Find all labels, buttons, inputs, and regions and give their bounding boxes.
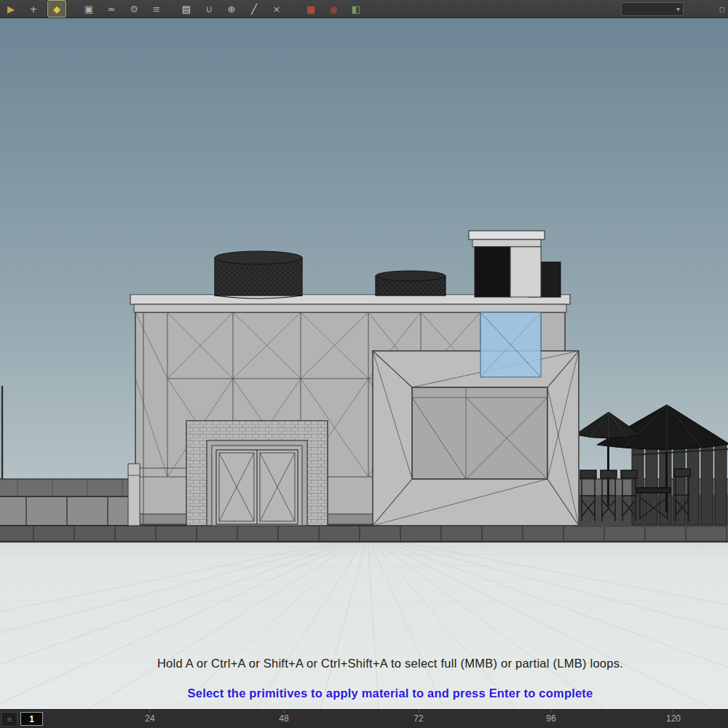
application-window: ▶ + ◆ ▣ ≈ ⚙ ≡ ▤ ∪ ⊕ ╱ × ■ ● ◧ ▾ ▫ bbox=[0, 0, 728, 728]
active-tool-icon[interactable]: ◆ bbox=[47, 0, 66, 17]
translate-handle-icon[interactable]: + bbox=[25, 1, 42, 17]
uv-view-icon[interactable]: ◧ bbox=[347, 1, 365, 17]
menu-icon: ≡ bbox=[7, 715, 12, 724]
scene-viewport[interactable]: Hold A or Ctrl+A or Shift+A or Ctrl+Shif… bbox=[0, 18, 728, 710]
playbar-menu-button[interactable]: ≡ bbox=[1, 712, 17, 727]
frame-tickmark bbox=[673, 710, 673, 713]
chimney bbox=[469, 231, 545, 297]
delete-tool-icon[interactable]: × bbox=[268, 1, 285, 17]
ruler-tool-icon[interactable]: ▤ bbox=[178, 1, 195, 17]
frame-tick-label[interactable]: 48 bbox=[273, 713, 295, 724]
viewport-help-text: Hold A or Ctrl+A or Shift+A or Ctrl+Shif… bbox=[0, 657, 728, 670]
roof-tank-left bbox=[215, 251, 302, 298]
current-frame-indicator[interactable]: 1 bbox=[20, 712, 43, 726]
fence bbox=[632, 444, 727, 525]
left-pilaster bbox=[128, 464, 140, 526]
loop-select-icon[interactable]: ≡ bbox=[148, 1, 165, 17]
edit-mode-icon[interactable]: ▣ bbox=[80, 1, 98, 17]
extra-tool-icon[interactable]: ▫ bbox=[713, 1, 728, 17]
material-palette-icon[interactable]: ■ bbox=[302, 1, 320, 17]
sphere-primitive-icon[interactable]: ● bbox=[325, 1, 342, 17]
awning-frame[interactable] bbox=[373, 351, 579, 526]
wrench-tool-icon[interactable]: ⚙ bbox=[125, 1, 143, 17]
frame-tickmark bbox=[550, 710, 551, 713]
frame-tick-label[interactable]: 120 bbox=[662, 713, 684, 724]
frame-tick-label[interactable]: 24 bbox=[139, 713, 161, 724]
playbar[interactable]: ≡ 1 24 48 72 96 120 bbox=[0, 709, 728, 728]
knife-tool-icon[interactable]: ╱ bbox=[245, 1, 263, 17]
frame-tick-label[interactable]: 72 bbox=[408, 713, 430, 724]
cornice bbox=[130, 295, 570, 312]
frame-tickmark bbox=[284, 710, 285, 713]
ground-plane bbox=[0, 539, 728, 710]
soft-edit-icon[interactable]: ≈ bbox=[103, 1, 120, 17]
roof-tank-middle bbox=[376, 271, 446, 296]
viewport-prompt-text: Select the primitives to apply material … bbox=[0, 687, 728, 700]
selected-primitive[interactable] bbox=[480, 312, 541, 377]
chevron-down-icon: ▾ bbox=[676, 5, 680, 13]
frame-tick-label[interactable]: 96 bbox=[540, 713, 562, 724]
frame-tickmark bbox=[419, 710, 419, 713]
magnet-snap-icon[interactable]: ∪ bbox=[200, 1, 218, 17]
shelf-toolbar: ▶ + ◆ ▣ ≈ ⚙ ≡ ▤ ∪ ⊕ ╱ × ■ ● ◧ ▾ ▫ bbox=[0, 0, 728, 18]
add-point-icon[interactable]: ⊕ bbox=[223, 1, 240, 17]
frame-tickmark bbox=[149, 710, 150, 713]
viewport-canvas[interactable] bbox=[0, 18, 728, 710]
entrance-door[interactable] bbox=[186, 421, 328, 526]
select-mode-icon[interactable]: ▶ bbox=[2, 1, 20, 17]
viewport-state-menu[interactable]: ▾ bbox=[621, 2, 684, 16]
